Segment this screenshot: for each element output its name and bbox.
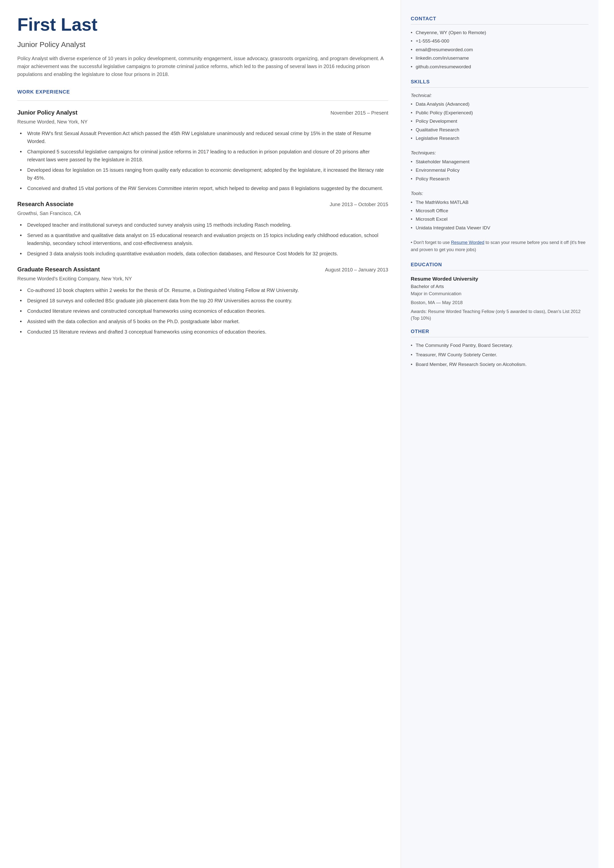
job-2-bullets: Developed teacher and institutional surv… xyxy=(17,221,388,258)
education-divider xyxy=(411,270,589,270)
education-title: EDUCATION xyxy=(411,261,589,268)
edu-location-date: Boston, MA — May 2018 xyxy=(411,299,589,306)
job-1-bullet-2: Championed 5 successful legislative camp… xyxy=(20,148,388,163)
contact-divider xyxy=(411,24,589,25)
job-2-company: Growthsi, San Francisco, CA xyxy=(17,210,388,217)
skills-tools-list: The MathWorks MATLAB Microsoft Office Mi… xyxy=(411,199,589,232)
job-1-bullet-1: Wrote RW's first Sexual Assault Preventi… xyxy=(20,129,388,145)
skill-qualitative-research: Qualitative Research xyxy=(411,126,589,134)
skill-policy-development: Policy Development xyxy=(411,118,589,125)
skill-public-policy: Public Policy (Experienced) xyxy=(411,109,589,116)
job-2-title: Research Associate xyxy=(17,200,73,209)
contact-linkedin: linkedin.com/in/username xyxy=(411,54,589,62)
job-2-bullet-1: Developed teacher and institutional surv… xyxy=(20,221,388,229)
skills-technical-label: Technical: xyxy=(411,92,589,99)
tools-note-prefix: • Don't forget to use xyxy=(411,240,451,245)
other-item-3: Board Member, RW Research Society on Alc… xyxy=(411,361,589,368)
contact-github: github.com/resumeworded xyxy=(411,63,589,70)
edu-awards: Awards: Resume Worded Teaching Fellow (o… xyxy=(411,308,589,321)
skill-policy-research: Policy Research xyxy=(411,175,589,183)
edu-major: Major in Communication xyxy=(411,290,589,297)
candidate-name: First Last xyxy=(17,15,388,34)
tool-unidata: Unidata Integrated Data Viewer IDV xyxy=(411,224,589,231)
job-3-bullet-3: Conducted literature reviews and constru… xyxy=(20,307,388,315)
tools-note: • Don't forget to use Resume Worded to s… xyxy=(411,239,589,253)
skill-stakeholder-mgmt: Stakeholder Management xyxy=(411,158,589,166)
job-2-dates: June 2013 – October 2015 xyxy=(330,201,388,208)
edu-school: Resume Worded University xyxy=(411,275,589,283)
job-3-bullet-1: Co-authored 10 book chapters within 2 we… xyxy=(20,286,388,294)
contact-title: CONTACT xyxy=(411,15,589,22)
resume-page: First Last Junior Policy Analyst Policy … xyxy=(0,0,614,868)
tool-ms-office: Microsoft Office xyxy=(411,207,589,214)
contact-location: Cheyenne, WY (Open to Remote) xyxy=(411,29,589,36)
job-3-company: Resume Worded's Exciting Company, New Yo… xyxy=(17,275,388,282)
job-1-company: Resume Worded, New York, NY xyxy=(17,118,388,126)
other-item-2: Treasurer, RW County Sobriety Center. xyxy=(411,351,589,359)
tool-matlab: The MathWorks MATLAB xyxy=(411,199,589,206)
job-2-bullet-3: Designed 3 data analysis tools including… xyxy=(20,250,388,258)
job-3-bullet-5: Conducted 15 literature reviews and draf… xyxy=(20,328,388,336)
job-1-bullet-4: Conceived and drafted 15 vital portions … xyxy=(20,184,388,192)
skills-techniques-list: Stakeholder Management Environmental Pol… xyxy=(411,158,589,183)
job-1-bullet-3: Developed ideas for legislation on 15 is… xyxy=(20,166,388,182)
contact-phone: +1-555-456-000 xyxy=(411,37,589,45)
job-3: Graduate Research Assistant August 2010 … xyxy=(17,265,388,336)
other-divider xyxy=(411,337,589,337)
job-2: Research Associate June 2013 – October 2… xyxy=(17,200,388,258)
job-1: Junior Policy Analyst November 2015 – Pr… xyxy=(17,108,388,192)
job-1-title: Junior Policy Analyst xyxy=(17,108,78,117)
job-2-bullet-2: Served as a quantitative and qualitative… xyxy=(20,231,388,247)
other-item-1: The Community Food Pantry, Board Secreta… xyxy=(411,342,589,349)
job-3-bullet-4: Assisted with the data collection and an… xyxy=(20,317,388,325)
job-1-header: Junior Policy Analyst November 2015 – Pr… xyxy=(17,108,388,117)
job-1-dates: November 2015 – Present xyxy=(330,109,388,116)
skills-techniques-label: Techniques: xyxy=(411,149,589,157)
job-3-dates: August 2010 – January 2013 xyxy=(325,266,388,273)
other-title: OTHER xyxy=(411,328,589,335)
resume-worded-link[interactable]: Resume Worded xyxy=(451,240,484,245)
job-3-bullet-2: Designed 18 surveys and collected BSc gr… xyxy=(20,297,388,304)
skills-divider xyxy=(411,87,589,88)
candidate-title: Junior Policy Analyst xyxy=(17,39,388,50)
right-column: CONTACT Cheyenne, WY (Open to Remote) +1… xyxy=(401,0,598,868)
job-3-title: Graduate Research Assistant xyxy=(17,265,100,274)
work-experience-title: WORK EXPERIENCE xyxy=(17,88,388,96)
skill-env-policy: Environmental Policy xyxy=(411,166,589,174)
skills-technical-list: Data Analysis (Advanced) Public Policy (… xyxy=(411,101,589,142)
candidate-summary: Policy Analyst with diverse experience o… xyxy=(17,54,388,78)
contact-email: email@resumeworded.com xyxy=(411,46,589,53)
skill-legislative-research: Legislative Research xyxy=(411,135,589,142)
job-1-bullets: Wrote RW's first Sexual Assault Preventi… xyxy=(17,129,388,192)
left-column: First Last Junior Policy Analyst Policy … xyxy=(0,0,401,868)
edu-degree: Bachelor of Arts xyxy=(411,283,589,290)
job-3-bullets: Co-authored 10 book chapters within 2 we… xyxy=(17,286,388,336)
job-3-header: Graduate Research Assistant August 2010 … xyxy=(17,265,388,274)
job-2-header: Research Associate June 2013 – October 2… xyxy=(17,200,388,209)
skill-data-analysis: Data Analysis (Advanced) xyxy=(411,101,589,108)
skills-tools-label: Tools: xyxy=(411,190,589,197)
tool-excel: Microsoft Excel xyxy=(411,216,589,223)
skills-title: SKILLS xyxy=(411,78,589,85)
contact-list: Cheyenne, WY (Open to Remote) +1-555-456… xyxy=(411,29,589,70)
